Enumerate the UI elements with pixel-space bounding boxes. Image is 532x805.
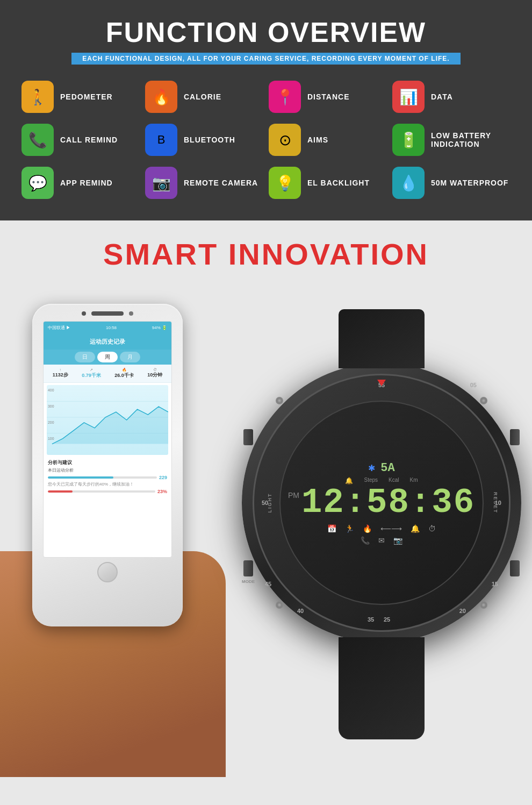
watch-icon-bell2: 🔔 xyxy=(411,524,420,533)
distance-label: DISTANCE xyxy=(307,92,350,101)
phone-screen: 中国联通 ▶ 10:58 94% 🔋 运动历史记录 日 周 月 xyxy=(43,321,172,558)
feature-pedometer: 🚶 PEDOMETER xyxy=(21,81,140,113)
app-remind-label: APP REMIND xyxy=(60,179,113,187)
watch-icon-camera: 📷 xyxy=(393,536,402,545)
feature-data: 📊 DATA xyxy=(392,81,511,113)
svg-text:200: 200 xyxy=(48,421,54,424)
bezel-num-20: 20 xyxy=(459,608,466,614)
call-remind-icon: 📞 xyxy=(21,124,54,156)
watch-reset-label: RESET xyxy=(493,492,498,514)
goal-bar-fill xyxy=(48,490,73,493)
goal-value: 23% xyxy=(157,489,167,494)
watch-face: ✱ 5A 🔔 Steps Kcal Km xyxy=(279,401,484,605)
aims-label: AIMS xyxy=(307,136,328,144)
calorie-label: CALORIE xyxy=(184,92,221,101)
feature-remote-camera: 📷 REMOTE CAMERA xyxy=(145,167,263,199)
analysis-title: 分析与建议 xyxy=(48,459,167,466)
feature-el-backlight: 💡 EL BACKLIGHT xyxy=(269,167,387,199)
bezel-num-35: 35 xyxy=(368,616,374,623)
phone-carrier: 中国联通 ▶ xyxy=(48,325,70,331)
goal-bar-bg xyxy=(48,490,155,493)
aims-icon: ⊙ xyxy=(269,124,301,156)
watch-date: 5A xyxy=(380,461,394,475)
tab-week[interactable]: 周 xyxy=(97,352,118,362)
watch-light-label: LIGHT xyxy=(267,493,272,513)
section-title: FUNCTION OVERVIEW xyxy=(21,16,511,48)
tab-month-label: 月 xyxy=(127,354,133,360)
waterproof-icon: 💧 xyxy=(392,167,425,199)
watch-icon-timer: ⏱ xyxy=(428,524,436,533)
watch-icon-flame: 🔥 xyxy=(363,524,372,533)
watch-button-mode[interactable]: MODE xyxy=(243,560,253,576)
watch-screw-tr xyxy=(480,397,487,404)
watch-screw-tl xyxy=(276,397,283,404)
low-battery-icon: 🔋 xyxy=(392,124,425,156)
phone-home-button[interactable] xyxy=(97,562,118,582)
watch-bluetooth-icon: ✱ xyxy=(368,463,375,473)
phone-battery-status: 94% 🔋 xyxy=(152,325,167,330)
bezel-num-45: 45 xyxy=(265,581,271,587)
watch-button-right-top[interactable] xyxy=(510,429,520,445)
progress-target-text: 您今天已完成了每天步行的40%，继续加油！ xyxy=(48,481,167,487)
section-subtitle: EACH FUNCTIONAL DESIGN, ALL FOR YOUR CAR… xyxy=(71,53,460,65)
tab-month[interactable]: 月 xyxy=(120,352,140,362)
stat-time: ⏱ 10分钟 xyxy=(147,368,162,379)
svg-text:300: 300 xyxy=(48,404,54,408)
watch-button-left-top[interactable] xyxy=(243,429,253,445)
feature-bluetooth: B BLUETOOTH xyxy=(145,124,263,156)
el-backlight-label: EL BACKLIGHT xyxy=(307,179,370,187)
tab-day[interactable]: 日 xyxy=(75,352,95,362)
phone-analysis: 分析与建议 本日运动分析 229 您今天已完成了每天步行的40%，继续加油！ xyxy=(44,457,171,496)
features-grid: 🚶 PEDOMETER 🔥 CALORIE 📍 DISTANCE 📊 DATA … xyxy=(21,81,511,199)
function-overview-section: FUNCTION OVERVIEW EACH FUNCTIONAL DESIGN… xyxy=(0,0,532,220)
watch-strap-top xyxy=(339,309,425,368)
phone-time: 10:58 xyxy=(106,325,117,330)
low-battery-label: LOW BATTERY INDICATION xyxy=(431,131,511,148)
phone-tabs: 日 周 月 xyxy=(44,350,171,365)
call-remind-label: CALL REMIND xyxy=(60,136,118,144)
mode-label: MODE xyxy=(242,579,255,584)
feature-low-battery: 🔋 LOW BATTERY INDICATION xyxy=(392,124,511,156)
el-backlight-icon: 💡 xyxy=(269,167,301,199)
tab-day-label: 日 xyxy=(82,354,88,360)
feature-distance: 📍 DISTANCE xyxy=(269,81,387,113)
distance-icon: 📍 xyxy=(269,81,301,113)
goal-row: 23% xyxy=(48,489,167,494)
watch-screw-bl xyxy=(276,601,283,609)
watch-time-container: PM 12:58:36 xyxy=(288,486,475,520)
calorie-icon: 🔥 xyxy=(145,81,177,113)
bezel-num-15: 15 xyxy=(492,581,498,587)
bluetooth-icon: B xyxy=(145,124,177,156)
stat-steps-icon: ↑ xyxy=(53,368,68,372)
bezel-num-05: 05 xyxy=(470,382,477,388)
phone-chart: 400 300 200 100 xyxy=(47,385,168,455)
feature-call-remind: 📞 CALL REMIND xyxy=(21,124,140,156)
stat-steps: ↑ 1132步 xyxy=(53,368,68,379)
data-label: DATA xyxy=(431,92,453,101)
feature-aims: ⊙ AIMS xyxy=(269,124,387,156)
phone-stats-row: ↑ 1132步 ↗ 0.79千米 🔥 26.0千卡 ⏱ xyxy=(44,365,171,383)
svg-text:400: 400 xyxy=(48,388,54,392)
tab-week-label: 周 xyxy=(105,354,110,360)
chart-svg: 400 300 200 100 xyxy=(47,385,168,455)
smart-innovation-section: SMART INNOVATION xyxy=(0,220,532,805)
watch-top-row: ✱ 5A xyxy=(368,461,394,475)
stat-calorie: 🔥 26.0千卡 xyxy=(114,368,134,379)
watch-time: 12:58:36 xyxy=(301,486,475,520)
progress-bar-fill xyxy=(48,476,113,479)
bluetooth-label: BLUETOOTH xyxy=(184,136,235,144)
app-remind-icon: 💬 xyxy=(21,167,54,199)
feature-calorie: 🔥 CALORIE xyxy=(145,81,263,113)
remote-camera-icon: 📷 xyxy=(145,167,177,199)
progress-value: 229 xyxy=(159,475,167,480)
watch-icons-row2: 📞 ✉ 📷 xyxy=(361,536,402,545)
watch-icon-run: 🏃 xyxy=(345,524,354,533)
watch-outer-ring: 55 05 50 10 45 15 40 20 35 25 LIG xyxy=(242,363,521,643)
stat-distance: ↗ 0.79千米 xyxy=(82,368,101,379)
watch-strap-bottom xyxy=(339,637,425,739)
watch-button-reset[interactable] xyxy=(510,560,520,576)
remote-camera-label: REMOTE CAMERA xyxy=(184,179,258,187)
progress-bar-bg xyxy=(48,476,157,479)
phone-app-header: 运动历史记录 xyxy=(44,333,171,350)
watch-screw-br xyxy=(480,601,487,609)
